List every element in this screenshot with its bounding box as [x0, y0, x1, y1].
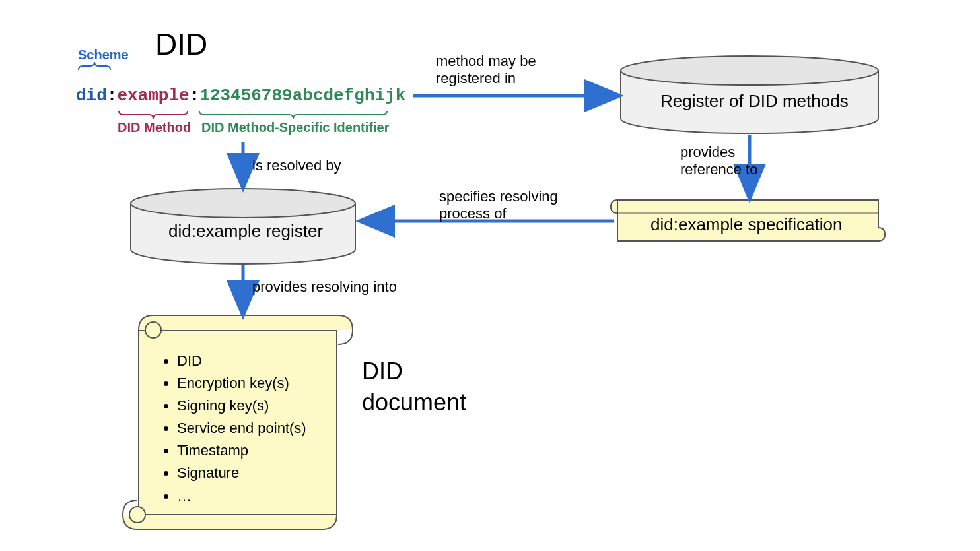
- edge-resolved-by-label: is resolved by: [252, 157, 341, 174]
- edge-specifies-label: specifies resolving process of: [439, 188, 558, 222]
- document-list-item: DID: [177, 350, 329, 372]
- example-register-label: did:example register: [168, 221, 323, 242]
- title-did: DID: [155, 26, 207, 62]
- did-document-heading: DID document: [362, 356, 466, 418]
- did-document-list: DIDEncryption key(s)Signing key(s)Servic…: [157, 350, 329, 507]
- svg-point-14: [145, 322, 161, 338]
- did-method-part: example: [117, 86, 189, 106]
- method-label: DID Method: [118, 120, 191, 135]
- edge-resolving-into-label: provides resolving into: [252, 278, 397, 296]
- example-spec-label: did:example specification: [650, 214, 843, 235]
- scheme-label: Scheme: [78, 48, 129, 63]
- document-list-item: Signing key(s): [177, 395, 329, 417]
- edge-registered-label: method may be registered in: [436, 53, 536, 87]
- document-list-item: Timestamp: [177, 439, 329, 462]
- edge-provides-ref-label: provides reference to: [680, 144, 757, 178]
- register-methods-label: Register of DID methods: [660, 91, 849, 112]
- svg-point-5: [621, 56, 878, 85]
- document-list-item: Signature: [177, 462, 329, 484]
- svg-point-16: [129, 507, 145, 523]
- did-identifier-part: 123456789abcdefghijk: [199, 86, 405, 106]
- identifier-label: DID Method-Specific Identifier: [201, 120, 389, 135]
- did-string: did:example:123456789abcdefghijk: [76, 86, 405, 106]
- document-list-item: …: [177, 485, 329, 507]
- document-list-item: Service end point(s): [177, 417, 329, 439]
- svg-point-10: [131, 189, 355, 218]
- document-list-item: Encryption key(s): [177, 372, 329, 395]
- did-scheme-part: did: [76, 86, 107, 106]
